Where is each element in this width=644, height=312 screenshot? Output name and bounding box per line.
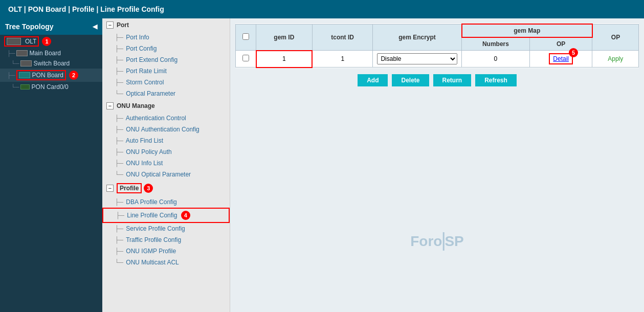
row-checkbox[interactable] bbox=[242, 55, 249, 61]
col-op-subheader: OP bbox=[529, 37, 592, 51]
col-op-header: OP bbox=[592, 24, 639, 51]
action-buttons: Add Delete Return Refresh bbox=[235, 74, 639, 86]
row-detail-op: Detail 5 bbox=[529, 51, 592, 68]
refresh-button[interactable]: Refresh bbox=[475, 74, 517, 86]
port-items: ├─ Port Info ├─ Port Config ├─ Port Exte… bbox=[102, 32, 230, 99]
onu-section-label: ONU Manage bbox=[117, 102, 155, 109]
sidebar-title: Tree Topology ◀ bbox=[0, 18, 102, 35]
expand-onu-icon[interactable]: − bbox=[106, 102, 114, 109]
return-button[interactable]: Return bbox=[433, 74, 472, 86]
col-gem-id-header: gem ID bbox=[256, 24, 313, 51]
tree-connector-3: ├─ bbox=[7, 72, 15, 78]
nav-dba-profile-config[interactable]: ├─ DBA Profile Config bbox=[102, 196, 230, 208]
nav-onu-optical-param[interactable]: └─ ONU Optical Parameter bbox=[102, 169, 230, 180]
badge-4: 4 bbox=[181, 211, 190, 220]
sidebar-item-olt[interactable]: OLT 1 bbox=[0, 35, 102, 48]
expand-profile-icon[interactable]: − bbox=[106, 185, 114, 192]
row-checkbox-cell bbox=[236, 51, 256, 68]
main-board-label: Main Board bbox=[30, 50, 61, 57]
nav-optical-parameter[interactable]: └─ Optical Parameter bbox=[102, 88, 230, 99]
port-section-label: Port bbox=[117, 21, 129, 29]
main-layout: Tree Topology ◀ OLT 1 ├─ Main Board └─ S… bbox=[0, 18, 644, 312]
switch-board-label: Switch Board bbox=[34, 60, 70, 67]
nav-port-rate-limit[interactable]: ├─ Port Rate Limit bbox=[102, 65, 230, 77]
tree-connector: ├─ bbox=[7, 50, 15, 56]
nav-port-info[interactable]: ├─ Port Info bbox=[102, 32, 230, 43]
nav-traffic-profile-config[interactable]: ├─ Traffic Profile Config bbox=[102, 234, 230, 246]
sidebar: Tree Topology ◀ OLT 1 ├─ Main Board └─ S… bbox=[0, 18, 102, 312]
app-header: OLT | PON Board | Profile | Line Profile… bbox=[0, 0, 644, 18]
nav-service-profile-config[interactable]: ├─ Service Profile Config bbox=[102, 223, 230, 234]
nav-onu-policy-auth[interactable]: ├─ ONU Policy Auth bbox=[102, 146, 230, 158]
col-gem-encrypt-header: gem Encrypt bbox=[373, 24, 462, 51]
row-tcont-id: 1 bbox=[312, 51, 373, 68]
row-apply-op: Apply bbox=[592, 51, 639, 68]
nav-onu-auth-config[interactable]: ├─ ONU Authentication Config bbox=[102, 124, 230, 135]
nav-onu-igmp-profile[interactable]: ├─ ONU IGMP Profile bbox=[102, 246, 230, 257]
badge-3: 3 bbox=[144, 184, 153, 193]
sidebar-item-pon-board[interactable]: ├─ PON Board 2 bbox=[0, 69, 102, 82]
col-numbers-subheader: Numbers bbox=[462, 37, 530, 51]
nav-port-extend-config[interactable]: ├─ Port Extend Config bbox=[102, 54, 230, 65]
nav-auto-find-list[interactable]: ├─ Auto Find List bbox=[102, 135, 230, 146]
nav-auth-control[interactable]: ├─ Authentication Control bbox=[102, 113, 230, 124]
pon-card-label: PON Card0/0 bbox=[32, 83, 69, 91]
delete-button[interactable]: Delete bbox=[392, 74, 429, 86]
nav-section-onu-manage[interactable]: − ONU Manage bbox=[102, 99, 230, 113]
onu-manage-items: ├─ Authentication Control ├─ ONU Authent… bbox=[102, 113, 230, 180]
nav-section-profile[interactable]: − Profile 3 bbox=[102, 180, 230, 196]
sidebar-item-main-board[interactable]: ├─ Main Board bbox=[0, 48, 102, 58]
gem-encrypt-select[interactable]: Disable Enable bbox=[377, 53, 457, 64]
select-all-checkbox[interactable] bbox=[242, 33, 249, 40]
row-gem-id: 1 bbox=[256, 51, 313, 68]
profile-section-label: Profile bbox=[117, 183, 142, 193]
breadcrumb: OLT | PON Board | Profile | Line Profile… bbox=[8, 5, 164, 13]
col-gem-map-header: gem Map bbox=[462, 24, 592, 37]
nav-onu-info-list[interactable]: ├─ ONU Info List bbox=[102, 158, 230, 169]
watermark: Foro SP bbox=[410, 232, 464, 251]
badge-2: 2 bbox=[69, 71, 78, 80]
nav-section-port[interactable]: − Port bbox=[102, 18, 230, 32]
pon-board-label: PON Board bbox=[32, 72, 63, 79]
nav-onu-multicast-acl[interactable]: └─ ONU Multicast ACL bbox=[102, 257, 230, 268]
nav-storm-control[interactable]: ├─ Storm Control bbox=[102, 77, 230, 88]
olt-label: OLT bbox=[25, 38, 36, 45]
add-button[interactable]: Add bbox=[358, 74, 388, 86]
sidebar-item-pon-card[interactable]: └─ PON Card0/0 bbox=[0, 82, 102, 92]
expand-port-icon[interactable]: − bbox=[106, 21, 114, 29]
badge-5: 5 bbox=[569, 48, 578, 57]
nav-port-config[interactable]: ├─ Port Config bbox=[102, 43, 230, 54]
tree-connector-4: └─ bbox=[11, 84, 19, 90]
sidebar-item-switch-board[interactable]: └─ Switch Board bbox=[0, 58, 102, 69]
tree-connector-2: └─ bbox=[11, 60, 19, 66]
badge-1: 1 bbox=[42, 37, 51, 46]
middle-nav: − Port ├─ Port Info ├─ Port Config ├─ Po… bbox=[102, 18, 230, 312]
nav-line-profile-config[interactable]: ├─ Line Profile Config 4 bbox=[102, 208, 230, 223]
col-tcont-id-header: tcont ID bbox=[312, 24, 373, 51]
profile-items: ├─ DBA Profile Config ├─ Line Profile Co… bbox=[102, 196, 230, 268]
col-checkbox-header bbox=[236, 24, 256, 51]
row-numbers: 0 bbox=[462, 51, 530, 68]
content-area: gem ID tcont ID gem Encrypt gem Map OP bbox=[230, 18, 644, 312]
line-profile-table: gem ID tcont ID gem Encrypt gem Map OP bbox=[235, 24, 639, 68]
row-gem-encrypt[interactable]: Disable Enable bbox=[373, 51, 462, 68]
sidebar-collapse-icon[interactable]: ◀ bbox=[93, 23, 97, 30]
table-row: 1 1 Disable Enable 0 bbox=[236, 51, 639, 68]
detail-link[interactable]: Detail bbox=[553, 55, 569, 62]
